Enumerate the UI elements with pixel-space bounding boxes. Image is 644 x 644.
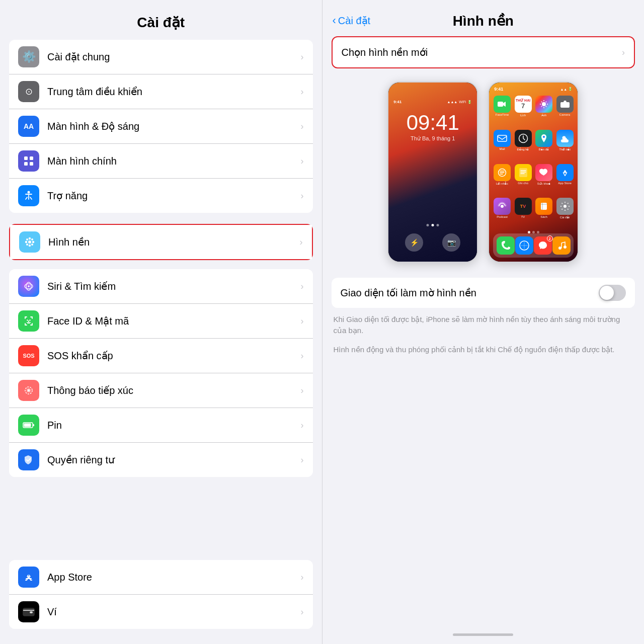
settings-item-trung-tam[interactable]: ⊙ Trung tâm điều khiển › — [9, 74, 313, 109]
lock-screen: 9:41 ▲▲▲ WiFi 🔋 09:41 Thứ Ba, 9 tháng 1 — [388, 83, 477, 262]
settings-app-label: Cài đặt — [560, 215, 570, 219]
accessibility-icon — [18, 185, 39, 206]
settings-item-thong-bao[interactable]: Thông báo tiếp xúc › — [9, 373, 313, 408]
lock-flashlight-icon: ⚡ — [405, 233, 423, 252]
settings-item-cai-dat-chung[interactable]: ⚙️ Cài đặt chung › — [9, 40, 313, 74]
mail-label: Mail — [499, 147, 505, 150]
settings-item-hinh-nen-wrapper: Hình nền › — [9, 224, 313, 260]
photos-label: Ảnh — [541, 113, 547, 117]
settings-item-hinh-nen[interactable]: Hình nền › — [10, 225, 312, 259]
wallet-icon — [18, 601, 39, 622]
settings-group-2: Siri & Tìm kiếm › Face ID & Mật mã › SOS… — [9, 269, 313, 477]
app-cell-clock: Đồng hồ — [514, 130, 532, 161]
item-label-appstore: App Store — [47, 572, 297, 583]
podcasts-app-icon — [494, 198, 511, 215]
settings-item-faceid[interactable]: Face ID & Mật mã › — [9, 304, 313, 339]
appstore-icon — [18, 567, 39, 588]
notes-app-icon — [515, 164, 532, 181]
clock-label: Đồng hồ — [517, 147, 529, 151]
description-text-1: Khi Giao diện tối được bật, iPhone sẽ là… — [332, 314, 635, 336]
item-label-siri: Siri & Tìm kiếm — [47, 280, 297, 292]
left-header: Cài đặt — [0, 0, 322, 40]
svg-point-35 — [543, 136, 545, 138]
svg-rect-38 — [519, 168, 527, 177]
health-app-icon — [535, 164, 552, 181]
photos-app-icon — [535, 96, 552, 113]
chevron-icon: › — [301, 121, 304, 132]
svg-rect-2 — [24, 162, 28, 166]
appstore-app-label: App Store — [558, 182, 572, 185]
home-dock: 2 — [493, 233, 574, 258]
item-label-thong-bao: Thông báo tiếp xúc — [47, 384, 297, 396]
left-panel: Cài đặt ⚙️ Cài đặt chung › ⊙ Trung tâm đ… — [0, 0, 322, 644]
chevron-icon: › — [301, 316, 304, 327]
choose-wallpaper-row[interactable]: Chọn hình nền mới › — [332, 36, 635, 68]
lock-screen-preview[interactable]: 9:41 ▲▲▲ WiFi 🔋 09:41 Thứ Ba, 9 tháng 1 — [387, 82, 478, 263]
settings-item-man-hinh-chinh[interactable]: Màn hình chính › — [9, 144, 313, 179]
chevron-icon: › — [301, 385, 304, 396]
svg-rect-24 — [33, 424, 34, 426]
app-cell-mail: Mail — [493, 130, 511, 161]
home-app-grid: FaceTime THỨ HAI 7 Lịch — [491, 95, 576, 230]
app-cell-calendar: THỨ HAI 7 Lịch — [514, 96, 532, 127]
chevron-icon: › — [301, 281, 304, 292]
item-label-man-hinh-chinh: Màn hình chính — [47, 155, 297, 167]
item-label-sos: SOS khẩn cấp — [47, 350, 297, 362]
settings-item-siri[interactable]: Siri & Tìm kiếm › — [9, 269, 313, 304]
toggle-knob — [600, 286, 614, 300]
dock-messages-icon: 2 — [534, 236, 552, 255]
home-indicator — [453, 633, 513, 636]
choose-wallpaper-label: Chọn hình nền mới — [342, 46, 428, 58]
lock-dot-2 — [432, 224, 434, 226]
svg-point-39 — [501, 205, 504, 208]
settings-item-quyen-rieng-tu[interactable]: Quyền riêng tư › — [9, 443, 313, 477]
svg-rect-3 — [30, 162, 33, 166]
svg-rect-29 — [498, 102, 503, 107]
settings-item-tro-nang[interactable]: Trợ năng › — [9, 179, 313, 213]
svg-rect-33 — [498, 135, 507, 141]
settings-item-appstore[interactable]: App Store › — [9, 560, 313, 595]
dock-phone-icon — [497, 236, 515, 255]
svg-point-7 — [29, 245, 31, 247]
svg-point-9 — [32, 241, 34, 243]
settings-item-man-hinh-do-sang[interactable]: AA Màn hình & Độ sáng › — [9, 109, 313, 144]
svg-point-43 — [558, 247, 561, 250]
clock-app-icon — [515, 130, 532, 147]
settings-item-pin[interactable]: Pin › — [9, 408, 313, 443]
page-title: Hình nền — [453, 13, 514, 29]
homescreen-icon — [18, 150, 39, 172]
dark-mode-toggle[interactable] — [599, 285, 626, 301]
contact-tracing-icon — [18, 380, 39, 401]
app-cell-appstore2: App Store — [556, 164, 574, 195]
podcasts-label: Podcast — [497, 215, 508, 218]
svg-point-6 — [29, 237, 31, 239]
weather-app-icon — [556, 130, 574, 147]
chevron-icon: › — [301, 351, 304, 361]
svg-point-13 — [31, 244, 33, 246]
back-button[interactable]: ‹ Cài đặt — [333, 14, 383, 27]
chevron-icon: › — [300, 237, 303, 248]
messages-badge: 2 — [547, 235, 553, 242]
svg-point-22 — [28, 389, 30, 391]
lock-status-icons: ▲▲▲ WiFi 🔋 — [447, 100, 472, 104]
display-icon: AA — [18, 116, 39, 137]
settings-item-vi[interactable]: Ví › — [9, 595, 313, 629]
chevron-icon: › — [301, 156, 304, 167]
svg-rect-1 — [30, 156, 33, 160]
camera-label: Camera — [559, 113, 570, 116]
app-cell-tv: TV TV — [514, 198, 532, 229]
item-label-pin: Pin — [47, 420, 297, 431]
app-cell-books: Sách — [535, 198, 553, 229]
settings-item-sos[interactable]: SOS SOS khẩn cấp › — [9, 339, 313, 373]
reminders-label: Lời nhắc — [496, 182, 508, 185]
app-cell-health: Sức khoẻ — [535, 164, 553, 195]
tv-label: TV — [521, 215, 525, 218]
lock-status-time: 9:41 — [393, 100, 401, 104]
svg-rect-0 — [24, 156, 28, 160]
item-label-hinh-nen: Hình nền — [48, 236, 296, 248]
home-indicator-area — [323, 625, 645, 644]
chevron-icon: › — [301, 87, 304, 97]
home-screen-preview[interactable]: 9:41 ▲▲ 🔋 FaceTime — [488, 82, 579, 263]
svg-point-4 — [28, 191, 30, 194]
faceid-icon — [18, 310, 39, 332]
